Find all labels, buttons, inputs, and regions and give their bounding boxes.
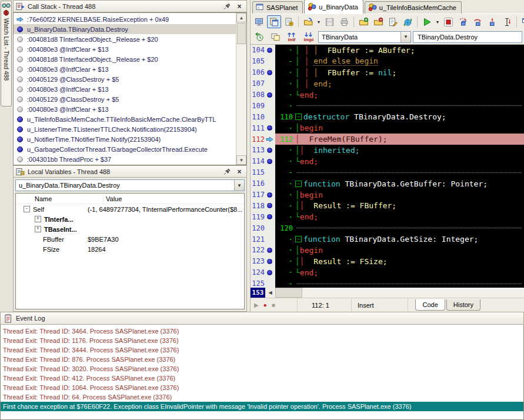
add-file-to-project-button[interactable] — [356, 15, 371, 28]
call-stack-frame[interactable]: u_BinaryData.TBinaryData.Destroy — [14, 24, 236, 34]
event-log-entry[interactable]: Thread Exit: Thread ID: 3444. Process SA… — [1, 345, 523, 355]
gutter-cell[interactable]: 109 — [251, 100, 275, 111]
step-over-button[interactable] — [470, 15, 485, 28]
todo-list-button[interactable] — [386, 15, 400, 28]
gutter-cell[interactable]: 116 — [251, 178, 275, 189]
code-text[interactable]: ·│begin — [275, 189, 524, 201]
code-line[interactable]: 116·-function TBinaryData.GetBuffer: Poi… — [251, 178, 524, 189]
code-text[interactable]: - — [275, 278, 524, 288]
macro-record-button[interactable]: ● — [263, 302, 267, 308]
close-button[interactable]: × — [235, 2, 244, 11]
toggle-form-unit-button[interactable] — [267, 15, 281, 28]
code-line[interactable]: 107·│ │ end; — [251, 78, 524, 89]
local-variable-row[interactable]: +TInterfa... — [16, 214, 244, 224]
code-line[interactable]: 113·││ inherited; — [251, 145, 524, 156]
gutter-cell[interactable]: 113 — [251, 145, 275, 156]
debug-line-dot-icon[interactable] — [267, 159, 272, 164]
watch-list-tab[interactable]: Watch List - Thread 488 — [1, 1, 12, 106]
gutter-cell[interactable]: 106 — [251, 67, 275, 78]
scroll-thumb[interactable] — [237, 23, 246, 44]
macro-stop-button[interactable]: ■ — [272, 302, 275, 308]
code-line[interactable]: 120120 — [251, 222, 524, 234]
code-line[interactable]: 122·│begin — [251, 245, 524, 256]
debug-line-dot-icon[interactable] — [267, 214, 272, 219]
call-stack-frame[interactable]: :004081d8 TInterfacedObject._Release + $… — [14, 54, 236, 64]
code-text[interactable]: - — [275, 167, 524, 178]
run-until-return-button[interactable] — [485, 15, 499, 28]
code-text[interactable]: ·└end; — [275, 211, 524, 222]
pin-button[interactable] — [222, 167, 232, 176]
code-line[interactable]: 110110-destructor TBinaryData.Destroy; — [251, 111, 524, 122]
local-variable-row[interactable]: +TBaseInt... — [16, 224, 244, 234]
window-swap-button[interactable] — [268, 31, 282, 44]
event-log-entry[interactable]: Thread Exit: Thread ID: 1176. Process SA… — [1, 336, 523, 345]
gutter-cell[interactable]: 105 — [251, 56, 275, 67]
event-log-entry[interactable]: Thread Exit: Thread ID: 876. Process SAS… — [1, 355, 523, 364]
gutter-cell[interactable]: 124 — [251, 267, 275, 278]
hscroll-left-button[interactable]: ◀ — [265, 288, 275, 298]
code-line[interactable]: 118·││ Result := FBuffer; — [251, 200, 524, 211]
trace-into-button[interactable] — [456, 15, 470, 28]
print-button[interactable] — [337, 15, 351, 28]
event-log-entry[interactable]: Thread Exit: Thread ID: 64. Process SASP… — [1, 392, 523, 402]
event-log-entry[interactable]: First chance exception at $76E60F22. Exc… — [1, 402, 523, 411]
pin-button[interactable] — [222, 2, 232, 11]
code-text[interactable]: 120 — [275, 222, 524, 234]
debug-line-dot-icon[interactable] — [267, 259, 272, 264]
code-line[interactable]: 109· — [251, 100, 524, 111]
code-text[interactable]: ·│ │ end; — [275, 78, 524, 89]
call-stack-frame[interactable]: :004080e3 @IntfClear + $13 — [14, 84, 236, 94]
tab-code[interactable]: Code — [415, 299, 445, 311]
code-text[interactable]: ·│begin — [275, 245, 524, 256]
fold-collapse-icon[interactable]: - — [295, 114, 302, 120]
code-view[interactable]: 104·│ │ │ FBuffer := ABuffer;105-│ │ end… — [251, 45, 524, 288]
code-text[interactable]: ·│ │ │ FBuffer := ABuffer; — [275, 45, 524, 56]
editor-tab-u_BinaryData[interactable]: u_BinaryData — [304, 0, 363, 14]
code-line[interactable]: 108·└end; — [251, 89, 524, 101]
code-text[interactable]: ·│ │ │ FBuffer := nil; — [275, 67, 524, 78]
code-text[interactable]: -│ │ end else begin — [275, 56, 524, 67]
code-line[interactable]: 114·└end; — [251, 156, 524, 167]
run-dropdown[interactable]: ▼ — [435, 20, 440, 24]
code-line[interactable]: 124·└end; — [251, 267, 524, 278]
event-log-entry[interactable]: Thread Exit: Thread ID: 3020. Process SA… — [1, 364, 523, 374]
gutter-cell[interactable]: 104 — [251, 45, 275, 56]
gutter-cell[interactable]: 120 — [251, 222, 275, 234]
code-text[interactable]: ·│begin — [275, 122, 524, 134]
close-button[interactable]: × — [235, 167, 244, 176]
code-text[interactable]: ·││ Result := FSize; — [275, 256, 524, 267]
code-line[interactable]: 119·└end; — [251, 211, 524, 222]
expand-box-icon[interactable]: + — [35, 216, 41, 222]
build-button[interactable] — [400, 15, 415, 28]
method-breadcrumb[interactable]: TBinaryData.Destroy — [413, 31, 522, 43]
view-form-button[interactable] — [252, 15, 266, 28]
tab-history[interactable]: History — [446, 299, 480, 311]
gutter-cell[interactable]: 107 — [251, 78, 275, 89]
gutter-cell[interactable]: 121 — [251, 234, 275, 245]
gutter-cell[interactable]: 114 — [251, 156, 275, 167]
debug-line-dot-icon[interactable] — [267, 125, 272, 131]
code-line[interactable]: 125- — [251, 278, 524, 288]
code-text[interactable]: ·└end; — [275, 89, 524, 101]
code-text[interactable]: ·-function TBinaryData.GetBuffer: Pointe… — [275, 178, 524, 189]
gutter-cell[interactable]: 118 — [251, 200, 275, 211]
scroll-up-button[interactable]: ▲ — [236, 13, 246, 22]
code-text[interactable]: 110-destructor TBinaryData.Destroy; — [275, 111, 524, 122]
debug-line-dot-icon[interactable] — [267, 192, 272, 198]
macro-play-button[interactable]: ▶ — [254, 302, 259, 308]
event-log-entry[interactable]: Thread Exit: Thread ID: 1064. Process SA… — [1, 383, 523, 392]
call-stack-frame[interactable]: :004081d8 TInterfacedObject._Release + $… — [14, 34, 236, 44]
gutter-cell[interactable]: 108 — [251, 89, 275, 101]
debug-line-dot-icon[interactable] — [267, 270, 272, 275]
gutter-cell[interactable]: 125 — [251, 278, 275, 288]
editor-tab-u_TileInfoBasicMemCache[interactable]: u_TileInfoBasicMemCache — [365, 1, 462, 14]
event-log-entry[interactable]: Thread Exit: Thread ID: 412. Process SAS… — [1, 374, 523, 383]
debug-line-dot-icon[interactable] — [267, 203, 272, 208]
code-text[interactable]: · — [275, 100, 524, 111]
code-line[interactable]: 105-│ │ end else begin — [251, 56, 524, 67]
run-to-cursor-button[interactable] — [500, 15, 514, 28]
expand-box-icon[interactable]: + — [35, 226, 41, 232]
stack-frame-combo[interactable]: u_BinaryData.TBinaryData.Destroy ▼ — [15, 179, 245, 191]
hscroll-thumb[interactable] — [275, 288, 302, 298]
browse-back-button[interactable] — [252, 31, 266, 44]
